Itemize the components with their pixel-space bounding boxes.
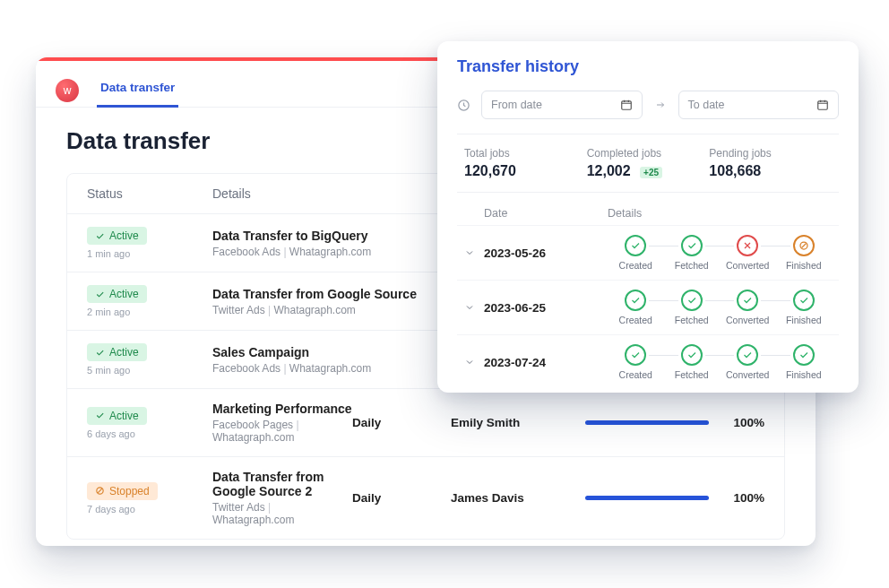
history-row[interactable]: 2023-07-24CreatedFetchedConvertedFinishe… (457, 334, 839, 389)
to-date-placeholder: To date (688, 99, 725, 111)
step-status-icon (681, 344, 703, 366)
step-label: Created (619, 260, 652, 271)
step-status-icon (737, 290, 758, 311)
step-status-icon (681, 235, 703, 256)
row-subtitle: Facebook Pages | Whatagraph.com (212, 419, 352, 444)
row-progress: 100% (585, 491, 764, 505)
history-col-date: Date (464, 207, 608, 220)
step-status-icon (737, 344, 758, 366)
step-status-icon (681, 290, 703, 311)
step-label: Finished (786, 315, 822, 325)
chevron-down-icon[interactable] (464, 357, 484, 368)
transfer-history-panel: Transfer history From date To date Total… (437, 41, 859, 393)
step-label: Converted (726, 260, 769, 271)
history-step: Converted (720, 344, 776, 380)
status-time: 6 days ago (87, 428, 212, 439)
chevron-down-icon[interactable] (464, 247, 484, 258)
history-step: Fetched (664, 290, 721, 325)
progress-percent: 100% (723, 491, 764, 505)
status-badge: Active (87, 407, 147, 425)
calendar-icon (620, 99, 633, 111)
history-step: Converted (720, 290, 776, 325)
arrow-right-icon (653, 99, 668, 110)
row-owner: Emily Smith (451, 416, 585, 429)
history-col-details: Details (608, 207, 832, 220)
status-time: 5 min ago (87, 365, 212, 376)
stat-total-label: Total jobs (464, 147, 587, 160)
step-label: Converted (726, 369, 769, 380)
history-step: Created (608, 235, 664, 271)
status-badge: Stopped (87, 482, 158, 500)
stat-pending-label: Pending jobs (709, 147, 832, 160)
from-date-picker[interactable]: From date (481, 91, 643, 119)
svg-rect-2 (621, 101, 631, 109)
stat-total-value: 120,670 (464, 163, 516, 179)
history-step: Created (608, 290, 664, 325)
row-title: Marketing Performance (212, 402, 352, 416)
history-date: 2023-06-25 (484, 301, 608, 315)
step-status-icon (793, 290, 815, 311)
app-logo: w (56, 79, 79, 102)
status-time: 1 min ago (87, 248, 212, 259)
row-title: Data Transfer from Google Source 2 (212, 470, 352, 498)
stat-completed-delta: +25 (640, 167, 662, 178)
status-badge: Active (87, 285, 147, 303)
history-step: Finished (776, 290, 833, 325)
step-status-icon (793, 235, 815, 256)
step-label: Created (619, 315, 652, 325)
row-progress: 100% (585, 416, 764, 429)
calendar-icon (816, 99, 829, 111)
step-label: Fetched (675, 315, 709, 325)
progress-bar (585, 496, 709, 500)
chevron-down-icon[interactable] (464, 302, 484, 313)
history-row[interactable]: 2023-05-26CreatedFetchedConvertedFinishe… (457, 225, 839, 280)
table-row[interactable]: Active6 days agoMarketing PerformanceFac… (67, 389, 784, 457)
row-frequency: Daily (352, 491, 451, 505)
status-badge: Active (87, 227, 147, 245)
history-date: 2023-05-26 (484, 246, 608, 260)
progress-percent: 100% (723, 416, 764, 429)
row-frequency: Daily (352, 416, 451, 429)
step-label: Created (619, 369, 652, 380)
history-stats: Total jobs 120,670 Completed jobs 12,002… (457, 134, 839, 193)
history-step: Created (608, 344, 664, 380)
history-step: Fetched (664, 235, 721, 271)
status-time: 7 days ago (87, 504, 212, 514)
status-badge: Active (87, 343, 147, 361)
step-label: Fetched (675, 260, 709, 271)
step-status-icon (793, 344, 815, 366)
history-step: Finished (776, 235, 833, 271)
history-step: Fetched (664, 344, 721, 380)
tab-data-transfer[interactable]: Data transfer (97, 74, 178, 108)
history-step: Converted (720, 235, 776, 271)
step-label: Finished (786, 260, 822, 271)
step-label: Converted (726, 315, 769, 325)
history-title: Transfer history (457, 57, 839, 76)
stat-completed-label: Completed jobs (587, 147, 710, 160)
stat-pending-value: 108,668 (709, 163, 761, 179)
to-date-picker[interactable]: To date (678, 91, 840, 119)
table-row[interactable]: Stopped7 days agoData Transfer from Goog… (67, 457, 784, 539)
step-status-icon (625, 290, 646, 311)
step-label: Fetched (675, 369, 709, 380)
status-time: 2 min ago (87, 307, 212, 317)
step-status-icon (737, 235, 758, 256)
history-step: Finished (776, 344, 833, 380)
clock-icon (457, 99, 470, 112)
from-date-placeholder: From date (491, 99, 542, 111)
stat-completed-value: 12,002 (587, 163, 631, 179)
col-header-status: Status (87, 186, 212, 201)
history-list-header: Date Details (457, 202, 839, 225)
step-label: Finished (786, 369, 822, 380)
step-status-icon (625, 235, 646, 256)
progress-bar (585, 420, 709, 425)
row-owner: James Davis (451, 491, 585, 505)
history-date: 2023-07-24 (484, 356, 608, 369)
history-row[interactable]: 2023-06-25CreatedFetchedConvertedFinishe… (457, 280, 839, 334)
svg-rect-3 (818, 101, 828, 109)
row-subtitle: Twitter Ads | Whatagraph.com (212, 501, 352, 526)
step-status-icon (625, 344, 646, 366)
